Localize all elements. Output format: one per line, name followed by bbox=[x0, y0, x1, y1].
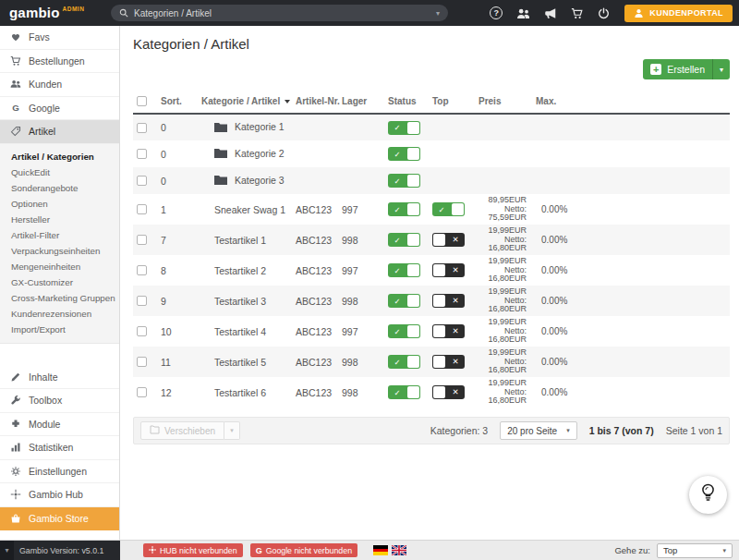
sidebar-item-inhalte[interactable]: Inhalte bbox=[0, 366, 119, 390]
col-header-sort[interactable]: Sort. bbox=[157, 91, 198, 114]
row-checkbox[interactable] bbox=[137, 176, 147, 186]
power-icon[interactable] bbox=[598, 7, 610, 19]
article-name[interactable]: Testartikel 2 bbox=[214, 265, 266, 276]
move-button[interactable]: Verschieben bbox=[140, 421, 224, 440]
sidebar-item-bestellungen[interactable]: Bestellungen bbox=[0, 50, 119, 74]
row-checkbox[interactable] bbox=[137, 326, 147, 336]
row-checkbox[interactable] bbox=[137, 149, 147, 159]
col-header-artnr[interactable]: Artikel-Nr. bbox=[292, 91, 338, 114]
sidebar-item-statistiken[interactable]: Statistiken bbox=[0, 436, 119, 460]
top-toggle[interactable]: ✕ bbox=[432, 385, 465, 399]
top-toggle[interactable]: ✕ bbox=[432, 294, 465, 308]
sidebar-item-label: Google bbox=[29, 103, 60, 114]
move-dropdown-caret[interactable]: ▾ bbox=[224, 421, 240, 440]
status-toggle[interactable]: ✓ bbox=[388, 263, 420, 277]
row-checkbox[interactable] bbox=[137, 357, 147, 367]
submenu-item-hersteller[interactable]: Hersteller bbox=[0, 212, 119, 227]
submenu-item-gx-customizer[interactable]: GX-Customizer bbox=[0, 274, 119, 290]
top-toggle[interactable]: ✕ bbox=[432, 263, 465, 277]
flag-english[interactable] bbox=[392, 545, 406, 555]
col-header-preis[interactable]: Preis bbox=[475, 91, 532, 114]
x-icon: ✕ bbox=[446, 233, 465, 247]
row-checkbox[interactable] bbox=[137, 387, 147, 397]
status-toggle[interactable]: ✓ bbox=[388, 202, 420, 216]
submenu-item-kundenrezensionen[interactable]: Kundenrezensionen bbox=[0, 306, 119, 322]
submenu-item-cross-marketing-gruppen[interactable]: Cross-Marketing Gruppen bbox=[0, 290, 119, 306]
row-checkbox[interactable] bbox=[137, 204, 147, 214]
goto-select[interactable]: Top ▾ bbox=[657, 543, 733, 558]
sidebar-item-artikel[interactable]: Artikel bbox=[0, 120, 119, 144]
col-header-artnr-label: Artikel-Nr. bbox=[296, 96, 340, 106]
submenu-item-quickedit[interactable]: QuickEdit bbox=[0, 164, 119, 180]
status-toggle[interactable]: ✓ bbox=[388, 324, 420, 338]
gambio-logo[interactable]: gambio ADMIN bbox=[9, 0, 111, 26]
sidebar-item-google[interactable]: GGoogle bbox=[0, 97, 119, 121]
sidebar-item-gambio-hub[interactable]: Gambio Hub bbox=[0, 483, 119, 507]
col-header-status[interactable]: Status bbox=[384, 91, 429, 114]
col-header-max[interactable]: Max. bbox=[532, 91, 575, 114]
status-toggle[interactable]: ✓ bbox=[388, 355, 420, 369]
submenu-item-artikel-filter[interactable]: Artikel-Filter bbox=[0, 227, 119, 243]
submenu-item-sonderangebote[interactable]: Sonderangebote bbox=[0, 180, 119, 196]
sidebar-item-module[interactable]: Module bbox=[0, 413, 119, 437]
sidebar-item-favs[interactable]: Favs bbox=[0, 26, 119, 50]
row-checkbox[interactable] bbox=[137, 235, 147, 245]
category-name[interactable]: Kategorie 2 bbox=[214, 148, 285, 159]
global-search[interactable]: Kategorien / Artikel ▾ bbox=[111, 5, 448, 21]
article-name[interactable]: Testartikel 3 bbox=[214, 296, 266, 307]
folder-icon bbox=[214, 148, 227, 158]
col-header-top[interactable]: Top bbox=[429, 91, 475, 114]
top-toggle[interactable]: ✕ bbox=[432, 324, 465, 338]
article-name[interactable]: Testartikel 4 bbox=[214, 326, 266, 337]
status-toggle[interactable]: ✓ bbox=[388, 147, 420, 161]
article-name[interactable]: Sneaker Swag 1 bbox=[214, 204, 285, 215]
status-toggle[interactable]: ✓ bbox=[388, 385, 420, 399]
customers-icon[interactable] bbox=[516, 7, 530, 19]
flag-german[interactable] bbox=[373, 545, 388, 555]
status-toggle[interactable]: ✓ bbox=[388, 233, 420, 247]
page-title: Kategorien / Artikel bbox=[133, 36, 739, 52]
megaphone-icon[interactable] bbox=[544, 7, 557, 19]
per-page-select[interactable]: 20 pro Seite ▾ bbox=[500, 421, 576, 440]
kundenportal-button[interactable]: KUNDENPORTAL bbox=[624, 5, 733, 22]
category-name[interactable]: Kategorie 1 bbox=[214, 121, 285, 132]
create-dropdown-caret[interactable]: ▾ bbox=[713, 66, 730, 74]
row-checkbox[interactable] bbox=[137, 296, 147, 306]
price-netto: 16,80EUR bbox=[479, 274, 527, 284]
submenu-item-optionen[interactable]: Optionen bbox=[0, 196, 119, 212]
article-name[interactable]: Testartikel 5 bbox=[214, 357, 266, 368]
help-bulb-button[interactable] bbox=[689, 476, 727, 514]
hub-status-badge[interactable]: HUB nicht verbunden bbox=[143, 543, 243, 557]
top-toggle[interactable]: ✓ bbox=[432, 202, 465, 216]
submenu-item-artikel-kategorien[interactable]: Artikel / Kategorien bbox=[0, 149, 119, 164]
row-checkbox[interactable] bbox=[137, 123, 147, 133]
status-toggle[interactable]: ✓ bbox=[388, 174, 420, 188]
sidebar-item-einstellungen[interactable]: Einstellungen bbox=[0, 460, 119, 484]
sidebar-collapse-icon[interactable]: ▾ bbox=[0, 541, 14, 560]
article-name[interactable]: Testartikel 6 bbox=[214, 387, 266, 398]
top-toggle[interactable]: ✕ bbox=[432, 355, 465, 369]
col-header-name[interactable]: Kategorie / Artikel bbox=[198, 91, 292, 114]
create-button[interactable]: + Erstellen ▾ bbox=[643, 59, 730, 79]
top-toggle[interactable]: ✕ bbox=[432, 233, 465, 247]
sidebar-item-kunden[interactable]: Kunden bbox=[0, 73, 119, 97]
cart-icon[interactable] bbox=[571, 7, 584, 19]
sidebar-item-toolbox[interactable]: Toolbox bbox=[0, 389, 119, 413]
article-name[interactable]: Testartikel 1 bbox=[214, 235, 266, 246]
select-all-checkbox[interactable] bbox=[137, 96, 147, 106]
x-icon: ✕ bbox=[446, 294, 465, 308]
status-toggle[interactable]: ✓ bbox=[388, 121, 420, 135]
price-netto: 75,59EUR bbox=[479, 213, 527, 223]
submenu-item-mengeneinheiten[interactable]: Mengeneinheiten bbox=[0, 259, 119, 274]
google-status-badge[interactable]: G Google nicht verbunden bbox=[250, 543, 357, 557]
help-icon[interactable]: ? bbox=[490, 6, 503, 19]
search-caret-icon[interactable]: ▾ bbox=[436, 9, 440, 18]
toggle-knob bbox=[407, 148, 419, 160]
category-name[interactable]: Kategorie 3 bbox=[214, 175, 285, 186]
submenu-item-verpackungseinheiten[interactable]: Verpackungseinheiten bbox=[0, 243, 119, 259]
col-header-lager[interactable]: Lager bbox=[338, 91, 384, 114]
status-toggle[interactable]: ✓ bbox=[388, 294, 420, 308]
row-checkbox[interactable] bbox=[137, 265, 147, 275]
submenu-item-import-export[interactable]: Import/Export bbox=[0, 322, 119, 337]
sidebar-item-gambio-store[interactable]: Gambio Store bbox=[0, 507, 119, 531]
